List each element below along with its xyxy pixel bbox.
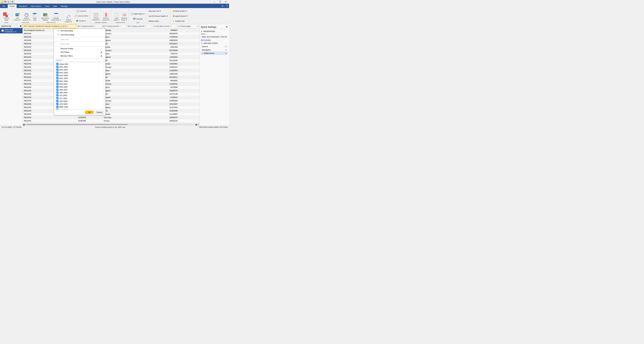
checkbox-apr-2004[interactable] <box>56 69 58 71</box>
scroll-right-button[interactable]: ▶ <box>196 124 199 125</box>
manage-query-button[interactable]: ⚙ Manage ▼ <box>73 19 89 23</box>
col-header-cal-year-month[interactable]: ABC Calendar Year/Month.Calendar Year/Mo… <box>23 24 76 28</box>
checkbox-item-dec-2003[interactable]: DEC 2003 <box>55 77 104 80</box>
step-gear-icon-added-items[interactable]: ⚙ <box>225 52 226 54</box>
checkbox-item-mar-2003[interactable]: MAR 2003 <box>55 108 104 109</box>
refresh-preview-button[interactable]: RefreshPreview ▼ <box>64 14 73 23</box>
checkbox-aug-2004[interactable] <box>56 74 58 77</box>
table-row[interactable]: REGIONAMERICACanada6451493 <box>23 45 200 49</box>
col-header-cal-year-month-dropdown-icon[interactable]: ▼ <box>67 26 68 27</box>
step-delete-icon-added-items[interactable]: ✕ <box>202 52 204 54</box>
append-queries-button[interactable]: ➕ Append Queries ▼ <box>172 14 188 19</box>
col-header-country-level-03-dropdown-icon[interactable]: ▼ <box>144 26 146 27</box>
table-row[interactable]: REGIONEUROPEEngland24809029 <box>23 39 200 42</box>
checkbox-feb-2004[interactable] <box>56 86 58 88</box>
table-row[interactable]: REGIONEUROPEGermany16588484 <box>23 99 200 102</box>
col-header-country-level-01[interactable]: ABC Country.Level 01 ▼ <box>76 24 102 28</box>
merge-queries-button[interactable]: 🔀 Merge Queries ▼ <box>172 9 188 14</box>
restore-button[interactable]: ❐ <box>217 0 223 4</box>
checkbox-item-jun-2003[interactable]: JUN 2003 <box>55 100 104 103</box>
member-filters-item[interactable]: Member Filters ▶ <box>54 54 106 58</box>
checkbox-dec-2004[interactable] <box>56 80 58 82</box>
checkbox-jun-2004[interactable] <box>56 103 58 105</box>
vertical-scrollbar[interactable]: ▲ <box>197 26 200 27</box>
checkbox-item-apr-2003[interactable]: APR 2003 <box>55 66 104 68</box>
close-button[interactable]: ✕ <box>223 0 228 4</box>
data-source-settings-button[interactable]: Data sourcesettings <box>40 12 50 21</box>
checkbox-jul-2003[interactable] <box>56 94 58 97</box>
step-item-navigation[interactable]: Navigation⚙ <box>201 48 228 51</box>
tab-transform[interactable]: Transform <box>16 4 29 8</box>
all-properties-link[interactable]: All Properties <box>201 39 211 41</box>
table-row[interactable]: REGIONAMERICACanada10304981 <box>23 62 200 66</box>
table-row[interactable]: REGIONAMERICACanada11126587 <box>23 112 200 116</box>
col-header-country-level-03[interactable]: ABC Country.Level 03 ▼ <box>126 24 152 28</box>
recent-sources-button[interactable]: RecentSources ▼ <box>22 12 31 21</box>
tab-add-column[interactable]: Add Column <box>29 4 43 8</box>
table-row[interactable]: REGIONEUROPEGermany14826079 <box>23 116 200 119</box>
tab-help[interactable]: Help <box>51 4 59 8</box>
table-row[interactable]: REGIONAMERICAUSA26032927 <box>23 42 200 45</box>
step-gear-icon-source[interactable]: ⚙ <box>225 46 226 48</box>
sort-descending-item[interactable]: Sort Descending <box>54 33 106 37</box>
step-item-added-items[interactable]: ✕Added Items⚙ <box>201 52 228 55</box>
text-filters-item[interactable]: Text Filters ▶ <box>54 50 106 54</box>
split-column-button[interactable]: Split Column ▼ <box>130 12 146 16</box>
table-row[interactable]: REGIONAMERICAUSA34116345 <box>23 59 200 62</box>
remove-columns-button[interactable]: RemoveColumns ▼ <box>101 12 111 21</box>
first-row-headers-button[interactable]: Use First Row as Headers ▼ <box>148 14 169 19</box>
table-row[interactable]: REGIONEUROPEEngland19604233 <box>23 123 200 123</box>
table-row[interactable]: REGIONEUROPEFrance12613687 <box>23 102 200 106</box>
checkbox-item-jul-2003[interactable]: JUL 2003 <box>55 94 104 97</box>
manage-parameters-button[interactable]: P ManageParameters ▼ <box>50 12 62 21</box>
checkbox-mar-1030[interactable] <box>56 106 58 108</box>
step-gear-icon-navigation[interactable]: ⚙ <box>225 49 226 51</box>
checkbox-item-dec-2004[interactable]: DEC 2004 <box>55 80 104 83</box>
table-row[interactable]: REGIONEUROPEFrance7233747 <box>23 52 200 55</box>
checkbox-item-apr-2004[interactable]: APR 2004 <box>55 68 104 71</box>
checkbox-aug-2003[interactable] <box>56 72 58 74</box>
table-row[interactable]: REGIONEUROPEFrance25962516 <box>23 119 200 123</box>
checkbox-jan-2004[interactable] <box>56 92 58 94</box>
tab-home[interactable]: Home <box>8 4 16 8</box>
help-icon[interactable]: ? <box>225 4 229 8</box>
properties-button[interactable]: 📋 Properties <box>73 9 89 14</box>
checkbox-item-select-all[interactable]: (Select All) <box>55 63 104 66</box>
cancel-button[interactable]: Cancel <box>94 111 104 114</box>
table-row[interactable]: REGIONEUROPEGermany12026591 <box>23 82 200 86</box>
scroll-thumb[interactable] <box>27 124 128 125</box>
table-row[interactable]: REGIONEUROPEFrance9475899 <box>23 86 200 89</box>
replace-values-button[interactable]: Replace Values <box>148 19 160 24</box>
col-header-gross-weight[interactable]: 1.2 Gross weight <box>177 24 197 28</box>
table-row[interactable]: Not Assigned Country (s)Australia4268607 <box>23 29 200 32</box>
checkbox-item-mar-1030[interactable]: MAR 1030 <box>55 105 104 108</box>
quick-access-save[interactable]: 💾 <box>4 1 7 3</box>
table-row[interactable]: REGIONEUROPEEngland13851025 <box>23 72 200 76</box>
checkbox-feb-2003[interactable] <box>56 83 58 85</box>
col-header-cost-stats[interactable]: 1.2 Cost stats currency ▼ <box>152 24 177 28</box>
checkbox-apr-2003[interactable] <box>56 66 58 68</box>
table-row[interactable]: REGIONAMERICACanada6156023 <box>23 96 200 99</box>
table-row[interactable]: REGIONEUROPEGermany28700489 <box>23 49 200 52</box>
checkbox-jun-2003[interactable] <box>56 100 58 102</box>
checkbox-item-jan-2004[interactable]: JAN 2004 <box>55 91 104 94</box>
close-apply-button[interactable]: ✓ ✕ ▼ Close &Apply <box>2 12 11 21</box>
new-source-button[interactable]: NewSource ▼ <box>13 12 22 21</box>
name-input[interactable] <box>201 35 228 38</box>
table-row[interactable]: REGIONEUROPEGermany49328079 <box>23 32 200 35</box>
checkbox-item-jun-2004[interactable]: JUN 2004 <box>55 103 104 105</box>
table-row[interactable]: REGIONAMERICACanada9643892 <box>23 79 200 82</box>
horizontal-scrollbar[interactable]: ◀ ▶ <box>23 123 200 126</box>
sidebar-item-sales-distribution[interactable]: 📊 Sales and Distribution: O... <box>0 28 22 33</box>
step-item-source[interactable]: Source⚙ <box>201 45 228 48</box>
ok-button[interactable]: OK <box>85 111 94 114</box>
checkbox-jul-2004[interactable] <box>56 97 58 99</box>
table-row[interactable]: REGIONEUROPEEngland12050663 <box>23 55 200 59</box>
tab-file[interactable]: File <box>0 4 8 8</box>
col-header-country-level-01-dropdown-icon[interactable]: ▼ <box>94 26 96 27</box>
enter-data-button[interactable]: EnterData <box>31 12 38 21</box>
table-row[interactable]: REGIONAMERICAUSA42272146 <box>23 92 200 96</box>
checkbox-item-jul-2004[interactable]: JUL 2004 <box>55 97 104 100</box>
minimize-button[interactable]: ─ <box>212 0 217 4</box>
collapse-ribbon-button[interactable]: ∧ <box>220 4 225 8</box>
